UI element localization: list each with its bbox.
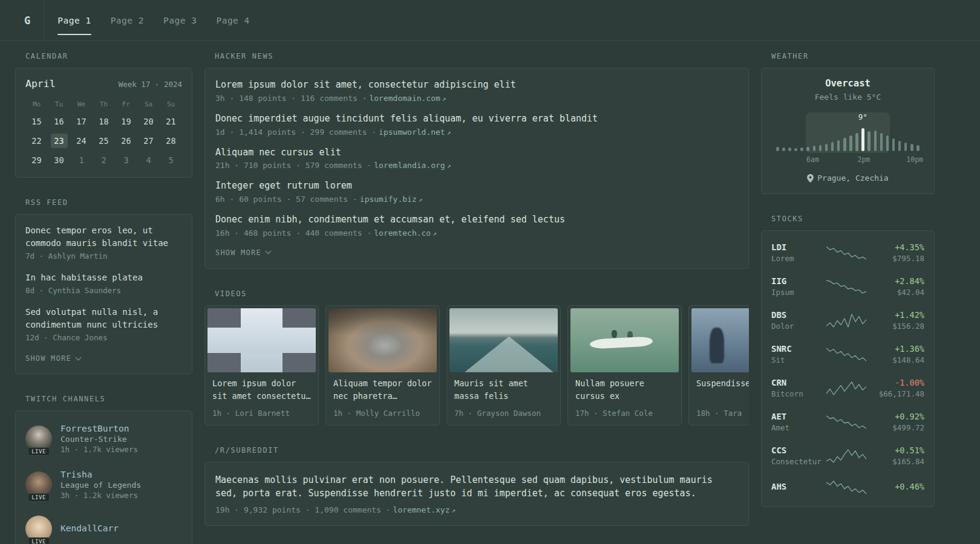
left-column: CALENDAR April Week 17 · 2024 MoTuWeThFr… xyxy=(15,52,192,544)
video-title[interactable]: Lorem ipsum dolor sit amet consectetu… xyxy=(207,372,316,403)
stock-row[interactable]: AHS +0.46% xyxy=(771,473,924,502)
app-logo[interactable]: G xyxy=(24,15,30,27)
rss-item-title[interactable]: Sed volutpat nulla nisl, a condimentum n… xyxy=(25,306,182,331)
calendar-day[interactable]: 4 xyxy=(140,153,157,167)
dashboard-columns: CALENDAR April Week 17 · 2024 MoTuWeThFr… xyxy=(15,52,935,544)
channel-game[interactable]: Counter-Strike xyxy=(60,435,138,444)
channel-game[interactable]: League of Legends xyxy=(60,481,141,490)
calendar-day[interactable]: 18 xyxy=(96,114,113,129)
stock-row[interactable]: DBS Dolor +1.42% $156.28 xyxy=(771,303,924,337)
hackernews-item: Integer eget rutrum lorem 6h · 60 points… xyxy=(215,180,738,204)
calendar-day[interactable]: 20 xyxy=(140,114,157,129)
calendar-day[interactable]: 24 xyxy=(73,134,90,148)
video-card[interactable]: Lorem ipsum dolor sit amet consectetu… 1… xyxy=(204,305,319,426)
stock-row[interactable]: CRN Bitcorn -1.00% $66,171.48 xyxy=(771,371,924,405)
video-title[interactable]: Nullam posuere cursus ex xyxy=(570,372,679,403)
channel-name[interactable]: Trisha xyxy=(60,470,141,479)
calendar-day[interactable]: 16 xyxy=(51,114,68,129)
stock-row[interactable]: SNRC Sit +1.36% $148.64 xyxy=(771,337,924,371)
video-thumbnail[interactable] xyxy=(207,308,316,372)
external-link-icon: ↗ xyxy=(433,230,437,238)
stock-id: AHS xyxy=(771,482,823,493)
hackernews-item-domain[interactable]: ipsumify.biz↗ xyxy=(360,195,423,204)
calendar-day[interactable]: 2 xyxy=(96,153,113,167)
nav-tab[interactable]: Page 4 xyxy=(216,0,249,41)
stock-id: CRN Bitcorn xyxy=(771,378,823,398)
chevron-down-icon xyxy=(75,354,81,360)
external-link-icon: ↗ xyxy=(419,196,423,204)
stock-row[interactable]: AET Amet +0.92% $499.72 xyxy=(771,405,924,439)
stock-price: $165.84 xyxy=(869,457,924,466)
weather-condition: Overcast xyxy=(771,78,924,89)
nav-tab[interactable]: Page 3 xyxy=(163,0,197,41)
external-link-icon: ↗ xyxy=(447,129,451,137)
hackernews-item-title[interactable]: Aliquam nec cursus elit xyxy=(215,146,738,160)
nav-divider xyxy=(44,0,44,41)
channel-name[interactable]: ForrestBurton xyxy=(60,424,138,433)
calendar-day[interactable]: 3 xyxy=(118,153,135,167)
calendar-day[interactable]: 5 xyxy=(163,153,180,167)
calendar-day[interactable]: 23 xyxy=(51,134,68,148)
video-thumbnail[interactable] xyxy=(570,308,679,372)
subreddit-post-domain[interactable]: loremnet.xyz↗ xyxy=(393,505,456,514)
rss-item-title[interactable]: Donec tempor eros leo, ut commodo mauris… xyxy=(25,224,182,250)
page-tabs: Page 1Page 2Page 3Page 4 xyxy=(57,0,250,41)
rss-show-more-button[interactable]: SHOW MORE xyxy=(25,353,80,364)
stock-price: $499.72 xyxy=(869,423,924,432)
stock-price: $66,171.48 xyxy=(869,389,924,398)
video-thumbnail[interactable] xyxy=(691,308,749,372)
calendar-day[interactable]: 28 xyxy=(163,134,180,148)
video-title[interactable]: Aliquam tempor dolor nec pharetra… xyxy=(328,372,437,403)
stock-change: +4.35% xyxy=(869,242,924,252)
stock-row[interactable]: CCS Consectetur +0.51% $165.84 xyxy=(771,439,924,473)
stock-values: +2.84% $42.04 xyxy=(869,276,924,297)
top-nav-bar: G Page 1Page 2Page 3Page 4 xyxy=(0,0,980,41)
calendar-day[interactable]: 17 xyxy=(73,114,90,129)
calendar-days-grid: 1516171819202122232425262728293012345 xyxy=(25,114,182,167)
calendar-day[interactable]: 1 xyxy=(73,153,90,167)
calendar-day[interactable]: 30 xyxy=(51,153,68,167)
hackernews-item-title[interactable]: Integer eget rutrum lorem xyxy=(215,180,738,193)
nav-tab[interactable]: Page 2 xyxy=(111,0,144,41)
calendar-day[interactable]: 22 xyxy=(28,134,45,148)
hackernews-item-domain[interactable]: ipsumworld.net↗ xyxy=(379,128,451,137)
twitch-channel[interactable]: LIVE ForrestBurton Counter-Strike 1h · 1… xyxy=(25,416,182,462)
video-title[interactable]: Suspendisse diam xyxy=(691,372,749,390)
video-card[interactable]: Mauris sit amet massa felis 7h · Grayson… xyxy=(446,305,561,426)
hackernews-item-title[interactable]: Lorem ipsum dolor sit amet, consectetur … xyxy=(215,79,738,92)
hackernews-item-title[interactable]: Donec enim nibh, condimentum et accumsan… xyxy=(215,213,738,227)
twitch-channel[interactable]: LIVE Trisha League of Legends 3h · 1.2k … xyxy=(25,462,182,508)
stock-row[interactable]: IIG Ipsum +2.84% $42.04 xyxy=(771,270,924,303)
domain-text: loremdomain.com xyxy=(369,94,440,103)
hackernews-item-domain[interactable]: loremtech.co↗ xyxy=(374,228,437,238)
calendar-day[interactable]: 21 xyxy=(163,114,180,129)
subreddit-post-title[interactable]: Maecenas mollis pulvinar erat non posuer… xyxy=(215,473,738,500)
twitch-widget: TWITCH CHANNELS LIVE ForrestBurton Count… xyxy=(15,395,192,544)
rss-item-title[interactable]: In hac habitasse platea xyxy=(25,271,182,284)
calendar-day[interactable]: 19 xyxy=(118,114,135,129)
stock-row[interactable]: LDI Lorem +4.35% $795.18 xyxy=(771,236,924,270)
video-card[interactable]: Nullam posuere cursus ex 17h · Stefan Co… xyxy=(567,305,682,426)
video-card[interactable]: Suspendisse diam 18h · Tara xyxy=(688,305,749,426)
channel-name[interactable]: KendallCarr xyxy=(60,523,119,533)
video-title[interactable]: Mauris sit amet massa felis xyxy=(449,372,558,403)
calendar-header: April Week 17 · 2024 xyxy=(25,78,182,89)
hackernews-item-title[interactable]: Donec imperdiet augue tincidunt felis al… xyxy=(215,112,738,126)
hackernews-item-domain[interactable]: loremdomain.com↗ xyxy=(369,94,446,103)
video-thumbnail[interactable] xyxy=(449,308,558,372)
nav-tab[interactable]: Page 1 xyxy=(57,0,91,41)
hackernews-item-domain[interactable]: loremlandia.org↗ xyxy=(374,161,451,170)
calendar-day[interactable]: 29 xyxy=(28,153,45,167)
calendar-day[interactable]: 27 xyxy=(140,134,157,148)
video-card[interactable]: Aliquam tempor dolor nec pharetra… 1h · … xyxy=(325,305,440,426)
video-thumbnail[interactable] xyxy=(328,308,437,372)
calendar-weekday: Th xyxy=(93,100,115,108)
twitch-widget-title: TWITCH CHANNELS xyxy=(15,395,192,403)
weather-hour-bar xyxy=(800,147,803,151)
calendar-day[interactable]: 15 xyxy=(28,114,45,129)
calendar-day[interactable]: 26 xyxy=(118,134,135,148)
hackernews-show-more-button[interactable]: SHOW MORE xyxy=(215,247,270,258)
stock-price: $795.18 xyxy=(869,254,924,263)
twitch-channel[interactable]: LIVE KendallCarr xyxy=(25,508,182,544)
calendar-day[interactable]: 25 xyxy=(96,134,113,148)
